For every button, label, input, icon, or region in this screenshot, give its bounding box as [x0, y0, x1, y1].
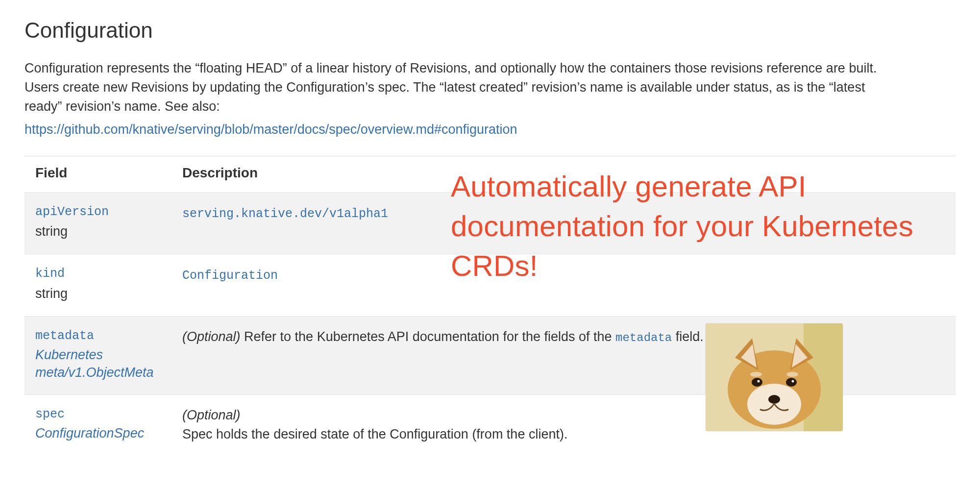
col-header-description: Description	[172, 156, 956, 193]
svg-point-12	[750, 372, 762, 377]
field-name-kind[interactable]: kind	[35, 265, 161, 283]
intro-paragraph: Configuration represents the “floating H…	[24, 59, 877, 116]
svg-point-11	[792, 380, 794, 383]
table-row: apiVersion string serving.knative.dev/v1…	[24, 192, 956, 254]
col-header-field: Field	[24, 156, 172, 193]
doge-image	[706, 323, 843, 431]
field-value-code: serving.knative.dev/v1alpha1	[182, 207, 388, 221]
field-type-link[interactable]: Kubernetes meta/v1.ObjectMeta	[35, 346, 161, 382]
svg-point-10	[758, 380, 760, 383]
desc-text: field.	[672, 329, 704, 344]
page-title: Configuration	[24, 15, 956, 46]
intro-link[interactable]: https://github.com/knative/serving/blob/…	[24, 122, 517, 137]
svg-point-14	[768, 395, 780, 404]
field-type: string	[35, 284, 161, 303]
table-row: kind string Configuration	[24, 254, 956, 316]
field-type-link[interactable]: ConfigurationSpec	[35, 424, 161, 442]
field-name-metadata[interactable]: metadata	[35, 327, 161, 345]
desc-text: Spec holds the desired state of the Conf…	[182, 427, 567, 441]
field-type: string	[35, 222, 161, 241]
field-value-code: Configuration	[182, 269, 278, 283]
field-name-apiversion[interactable]: apiVersion	[35, 203, 161, 221]
inline-code: metadata	[615, 331, 672, 344]
svg-point-13	[786, 372, 798, 377]
svg-point-9	[786, 378, 797, 387]
field-name-spec[interactable]: spec	[35, 406, 161, 423]
desc-text: Refer to the Kubernetes API documentatio…	[241, 329, 615, 344]
optional-label: (Optional)	[182, 329, 241, 344]
svg-point-8	[752, 378, 762, 387]
